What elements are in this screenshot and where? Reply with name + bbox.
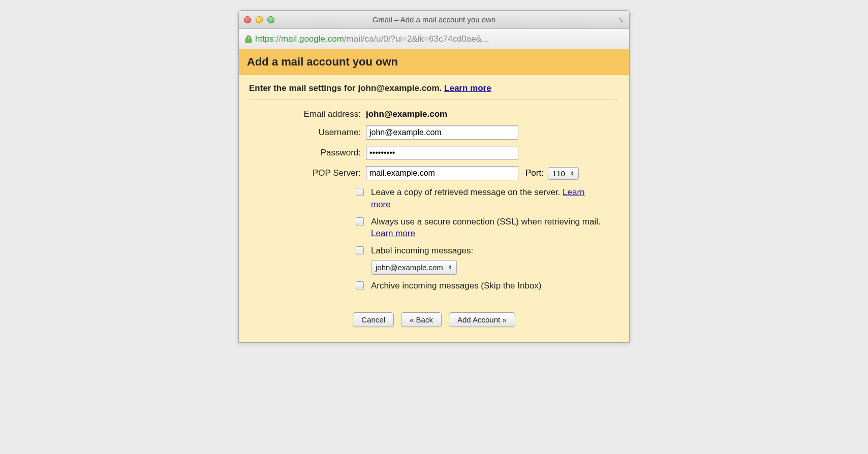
button-row: Cancel « Back Add Account » xyxy=(249,312,619,327)
ssl-learn-more-link[interactable]: Learn more xyxy=(371,229,415,238)
label-select-value: john@example.com xyxy=(376,262,443,273)
ssl-option: Always use a secure connection (SSL) whe… xyxy=(249,216,619,240)
close-window-button[interactable] xyxy=(244,16,251,23)
form-body: Enter the mail settings for john@example… xyxy=(239,75,629,342)
pop-server-row: POP Server: Port: 110 ▲▼ xyxy=(249,166,619,180)
back-button[interactable]: « Back xyxy=(401,312,442,327)
url-host: mail.google.com xyxy=(281,34,344,44)
leave-copy-label: Leave a copy of retrieved message on the… xyxy=(371,187,563,197)
window-titlebar: Gmail – Add a mail account you own ⤢ xyxy=(239,11,629,29)
archive-checkbox[interactable] xyxy=(356,281,364,289)
archive-text: Archive incoming messages (Skip the Inbo… xyxy=(371,280,541,292)
window-title: Gmail – Add a mail account you own xyxy=(239,15,629,24)
learn-more-link[interactable]: Learn more xyxy=(444,83,491,93)
lock-icon xyxy=(245,35,252,43)
zoom-window-button[interactable] xyxy=(267,16,274,23)
email-value: john@example.com xyxy=(366,109,447,119)
url-sep: :// xyxy=(274,34,281,44)
add-account-button[interactable]: Add Account » xyxy=(449,312,515,327)
email-label: Email address: xyxy=(249,109,366,119)
email-row: Email address: john@example.com xyxy=(249,109,619,119)
pop-server-input[interactable] xyxy=(366,166,518,180)
port-value: 110 xyxy=(552,169,565,178)
leave-copy-text: Leave a copy of retrieved message on the… xyxy=(371,186,605,211)
label-messages-option: Label incoming messages: john@example.co… xyxy=(249,245,619,275)
leave-copy-option: Leave a copy of retrieved message on the… xyxy=(249,186,619,211)
port-label: Port: xyxy=(525,168,544,178)
label-messages-label: Label incoming messages: xyxy=(371,245,473,257)
ssl-checkbox[interactable] xyxy=(356,217,364,225)
password-row: Password: xyxy=(249,146,619,160)
page-title: Add a mail account you own xyxy=(239,49,629,75)
expand-icon[interactable]: ⤢ xyxy=(617,17,625,23)
cancel-button[interactable]: Cancel xyxy=(353,312,394,327)
select-arrows-icon: ▲▼ xyxy=(570,171,574,176)
password-input[interactable] xyxy=(366,146,518,160)
label-messages-text: Label incoming messages: john@example.co… xyxy=(371,245,473,275)
username-input[interactable] xyxy=(366,125,518,140)
address-bar[interactable]: https://mail.google.com/mail/ca/u/0/?ui=… xyxy=(239,29,629,49)
select-arrows-icon: ▲▼ xyxy=(448,265,452,270)
instruction-text: Enter the mail settings for john@example… xyxy=(249,83,619,100)
port-select[interactable]: 110 ▲▼ xyxy=(548,167,579,180)
leave-copy-checkbox[interactable] xyxy=(356,188,364,196)
username-row: Username: xyxy=(249,125,619,140)
label-select[interactable]: john@example.com ▲▼ xyxy=(371,260,457,275)
ssl-label: Always use a secure connection (SSL) whe… xyxy=(371,217,601,226)
minimize-window-button[interactable] xyxy=(256,16,263,23)
url-scheme: https xyxy=(255,34,274,44)
traffic-lights xyxy=(244,16,274,23)
popup-window: Gmail – Add a mail account you own ⤢ htt… xyxy=(238,10,630,343)
label-messages-checkbox[interactable] xyxy=(356,246,364,254)
password-label: Password: xyxy=(249,148,366,158)
instruction-prefix: Enter the mail settings for john@example… xyxy=(249,83,444,93)
ssl-text: Always use a secure connection (SSL) whe… xyxy=(371,216,605,240)
username-label: Username: xyxy=(249,127,366,138)
url-path: /mail/ca/u/0/?ui=2&ik=63c74cd0ae&... xyxy=(344,34,489,44)
pop-label: POP Server: xyxy=(249,168,366,178)
archive-option: Archive incoming messages (Skip the Inbo… xyxy=(249,280,619,292)
